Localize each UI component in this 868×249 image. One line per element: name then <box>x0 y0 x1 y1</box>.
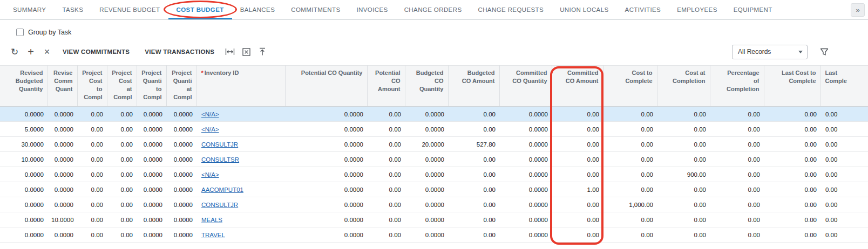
inventory-id-link[interactable]: <N/A> <box>201 126 219 133</box>
cost-budget-grid: RevisedBudgetedQuantityReviseCommQuantPr… <box>0 65 868 243</box>
column-header-committed-co-amount[interactable]: CommittedCO Amount <box>552 66 603 107</box>
column-header-project-quantity-at-completion[interactable]: ProjectQuantiatCompl <box>166 66 196 107</box>
inventory-id-link[interactable]: <N/A> <box>201 171 219 178</box>
column-label: CO <box>435 78 444 84</box>
view-transactions-button[interactable]: VIEW TRANSACTIONS <box>137 44 222 60</box>
records-filter-dropdown[interactable]: All Records <box>732 45 808 59</box>
inventory-id-link[interactable]: CONSULTJR <box>201 141 238 148</box>
column-label-line: Project <box>171 69 192 77</box>
inventory-id-link[interactable]: TRAVEL <box>201 232 225 238</box>
column-header-budgeted-co-amount[interactable]: BudgetedCO Amount <box>448 66 499 107</box>
cell-value: 0.0000 <box>174 186 193 193</box>
excel-export-icon <box>242 48 250 56</box>
tab-balances[interactable]: BALANCES <box>232 0 283 19</box>
column-header-budgeted-co-quantity[interactable]: BudgetedCOQuantity <box>405 66 448 107</box>
column-label: CO Amount <box>566 78 599 84</box>
column-label: CO Amount <box>462 78 495 84</box>
inventory-id-link[interactable]: <N/A> <box>201 111 219 117</box>
table-row[interactable]: 5.00000.00000.000.000.00000.0000<N/A>0.0… <box>0 122 868 137</box>
cell-value: 0.00 <box>587 126 599 133</box>
column-label-line: Potential CO Quantity <box>290 69 363 77</box>
cell-value: 0.00 <box>825 217 837 223</box>
column-header-project-cost-at-completion[interactable]: ProjectCostatCompl <box>107 66 137 107</box>
cell-value: 0.00 <box>121 111 133 117</box>
cell-value: 0.00 <box>748 217 760 223</box>
column-header-revised-budgeted-quantity[interactable]: RevisedBudgetedQuantity <box>0 66 48 107</box>
table-row[interactable]: 0.00000.00000.000.000.00000.0000AACOMPUT… <box>0 182 868 197</box>
tab-equipment[interactable]: EQUIPMENT <box>725 0 781 19</box>
table-row[interactable]: 0.00000.00000.000.000.00000.0000CONSULTJ… <box>0 197 868 212</box>
tab-change-orders[interactable]: CHANGE ORDERS <box>396 0 470 19</box>
column-label-line: Percentage <box>715 69 760 77</box>
tabs-overflow-button[interactable]: » <box>851 3 865 17</box>
column-label-line: Comple <box>825 77 868 85</box>
column-label-line: Compl <box>141 93 162 101</box>
inventory-id-link[interactable]: CONSULTSR <box>201 156 239 163</box>
tab-tasks[interactable]: TASKS <box>54 0 91 19</box>
tab-change-requests[interactable]: CHANGE REQUESTS <box>470 0 552 19</box>
table-row[interactable]: 30.00000.00000.000.000.00000.0000CONSULT… <box>0 137 868 152</box>
table-row[interactable]: 0.000010.00000.000.000.00000.0000MEALS0.… <box>0 212 868 227</box>
tab-list: SUMMARYTASKSREVENUE BUDGETCOST BUDGETBAL… <box>5 0 781 19</box>
fit-width-button[interactable] <box>222 44 238 60</box>
cell-value: 0.0000 <box>425 202 444 208</box>
column-label-line: Last <box>825 69 868 77</box>
cell-value: 0.0000 <box>425 126 444 133</box>
tab-union-locals[interactable]: UNION LOCALS <box>552 0 616 19</box>
table-row[interactable]: 10.00000.00000.000.000.00000.0000CONSULT… <box>0 152 868 167</box>
close-icon: × <box>44 47 50 57</box>
column-header-potential-co-amount[interactable]: PotentialCOAmount <box>367 66 405 107</box>
tab-invoices[interactable]: INVOICES <box>349 0 396 19</box>
column-label-line: Compl <box>112 93 132 101</box>
column-label: Cost to <box>632 70 653 76</box>
column-header-percentage-of-completion[interactable]: PercentageofCompletion <box>710 66 764 107</box>
records-filter-value: All Records <box>738 48 771 56</box>
group-by-task-checkbox[interactable] <box>16 29 24 36</box>
cell-value: 0.0000 <box>529 232 548 238</box>
tab-employees[interactable]: EMPLOYEES <box>669 0 725 19</box>
tab-cost-budget[interactable]: COST BUDGET <box>168 0 232 19</box>
grid-body: 0.00000.00000.000.000.00000.0000<N/A>0.0… <box>0 107 868 243</box>
column-label: Completion <box>673 78 706 84</box>
column-label-line: CO <box>372 77 401 85</box>
export-excel-button[interactable] <box>238 44 254 60</box>
inventory-id-link[interactable]: MEALS <box>201 217 222 223</box>
table-row[interactable]: 0.00000.00000.000.000.00000.0000TRAVEL0.… <box>0 227 868 243</box>
table-row[interactable]: 0.00000.00000.000.000.00000.0000<N/A>0.0… <box>0 107 868 122</box>
cell-value: 0.00 <box>121 202 133 208</box>
add-row-button[interactable]: + <box>23 44 39 60</box>
column-header-cost-at-completion[interactable]: Cost atCompletion <box>657 66 710 107</box>
column-header-last-cost-to-complete[interactable]: Last Cost toComplete <box>764 66 820 107</box>
tab-activities[interactable]: ACTIVITIES <box>617 0 669 19</box>
column-header-inventory-id[interactable]: *Inventory ID <box>196 66 285 107</box>
table-row[interactable]: 0.00000.00000.000.000.00000.0000<N/A>0.0… <box>0 167 868 182</box>
cell-value: 0.0000 <box>144 217 162 223</box>
column-label-line: Compl <box>82 93 103 101</box>
delete-row-button[interactable]: × <box>39 44 55 60</box>
cell-value: 0.00 <box>694 232 706 238</box>
tab-commitments[interactable]: COMMITMENTS <box>283 0 348 19</box>
column-header-project-cost-to-complete[interactable]: ProjectCosttoCompl <box>77 66 107 107</box>
column-label-line: Budgeted <box>4 77 43 85</box>
column-header-cost-to-complete[interactable]: Cost toComplete <box>603 66 657 107</box>
cell-value: 30.0000 <box>21 141 44 148</box>
tab-summary[interactable]: SUMMARY <box>5 0 54 19</box>
column-header-committed-co-quantity[interactable]: CommittedCO Quantity <box>499 66 552 107</box>
tab-revenue-budget[interactable]: REVENUE BUDGET <box>91 0 168 19</box>
view-commitments-button[interactable]: VIEW COMMITMENTS <box>55 44 137 60</box>
upload-button[interactable] <box>254 44 270 60</box>
column-header-last-percentage-of-completion[interactable]: LastComple <box>820 66 868 107</box>
filter-settings-button[interactable] <box>816 44 832 60</box>
cell-value: 0.00 <box>484 217 496 223</box>
column-header-potential-co-quantity[interactable]: Potential CO Quantity <box>285 66 367 107</box>
column-label: Last <box>825 70 838 76</box>
column-header-project-quantity-to-complete[interactable]: ProjectQuantitoCompl <box>137 66 166 107</box>
column-header-revised-committed-quantity[interactable]: ReviseCommQuant <box>48 66 77 107</box>
refresh-button[interactable]: ↻ <box>6 44 23 60</box>
cell-value: 0.00 <box>805 171 817 178</box>
inventory-id-link[interactable]: AACOMPUT01 <box>201 186 243 193</box>
cell-value: 0.00 <box>748 186 760 193</box>
column-label: at <box>127 86 132 92</box>
cell-value: 0.00 <box>641 111 653 117</box>
inventory-id-link[interactable]: CONSULTJR <box>201 202 238 208</box>
